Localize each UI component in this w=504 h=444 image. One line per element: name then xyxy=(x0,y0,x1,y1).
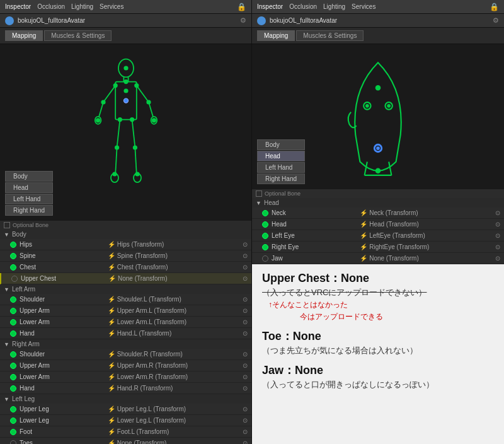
bone-right-eye[interactable]: Right Eye ⚡ RightEye (Transform) ⊙ xyxy=(252,242,504,253)
left-tab-occlusion[interactable]: Occlusion xyxy=(37,3,65,10)
optional-bone-check: Optional Bone xyxy=(0,221,251,230)
head-figure-svg xyxy=(328,54,428,180)
bone-left-upper-arm[interactable]: Upper Arm ⚡ Upper Arm.L (Transform) ⊙ xyxy=(0,305,251,317)
bone-upper-chest[interactable]: Upper Chest ⚡ None (Transform) ⊙ xyxy=(0,273,251,284)
dot-left-lower-leg xyxy=(10,418,16,424)
bone-left-lower-arm[interactable]: Lower Arm ⚡ Lower Arm.L (Transform) ⊙ xyxy=(0,317,251,328)
dot-left-upper-arm xyxy=(10,308,16,314)
section-left-arm: ▼ Left Arm xyxy=(0,284,251,294)
right-body-btn-body[interactable]: Body xyxy=(257,139,305,150)
bone-left-upper-leg[interactable]: Upper Leg ⚡ Upper Leg.L (Transform) ⊙ xyxy=(0,404,251,415)
arrow-body: ▼ xyxy=(4,231,9,238)
svg-point-31 xyxy=(135,172,139,176)
dot-left-hand xyxy=(10,330,16,337)
annotation-jaw-sub: （入ってると口が開きっぱなしになるっぽい） xyxy=(262,379,494,390)
section-right-arm: ▼ Right Arm xyxy=(0,339,251,349)
dot-right-upper-arm xyxy=(10,363,16,369)
left-tab-mapping[interactable]: Mapping xyxy=(5,30,43,41)
bone-head[interactable]: Head ⚡ Head (Transform) ⊙ xyxy=(252,219,504,230)
left-inspector-panel: Inspector Occlusion Lighting Services 🔒 … xyxy=(0,0,252,444)
svg-line-8 xyxy=(149,102,153,117)
dot-jaw xyxy=(262,255,268,262)
dot-chest xyxy=(10,264,16,271)
body-btn-head[interactable]: Head xyxy=(5,182,53,193)
body-figure-svg xyxy=(82,57,170,208)
bone-left-eye[interactable]: Left Eye ⚡ LeftEye (Transform) ⊙ xyxy=(252,230,504,242)
right-settings-icon[interactable]: ⚙ xyxy=(493,16,499,25)
right-avatar-name: bokujoOL_fulltoraAvatar xyxy=(270,17,337,24)
bone-left-foot[interactable]: Foot ⚡ Foot.L (Transform) ⊙ xyxy=(0,426,251,438)
right-view-tabs: Mapping Muscles & Settings xyxy=(252,28,504,44)
left-tab-muscles[interactable]: Muscles & Settings xyxy=(44,30,112,41)
svg-point-30 xyxy=(132,145,137,149)
dot-left-foot xyxy=(10,429,16,435)
right-tab-mapping[interactable]: Mapping xyxy=(257,30,295,41)
settings-icon[interactable]: ⚙ xyxy=(240,16,246,25)
bone-right-upper-arm[interactable]: Upper Arm ⚡ Upper Arm.R (Transform) ⊙ xyxy=(0,360,251,371)
bone-right-hand[interactable]: Hand ⚡ Hand.R (Transform) ⊙ xyxy=(0,383,251,394)
bone-chest[interactable]: Chest ⚡ Chest (Transform) ⊙ xyxy=(0,262,251,273)
bone-hips[interactable]: Hips ⚡ Hips (Transform) ⊙ xyxy=(0,239,251,250)
bone-right-shoulder[interactable]: Shoulder ⚡ Shoulder.R (Transform) ⊙ xyxy=(0,349,251,360)
left-tab-inspector[interactable]: Inspector xyxy=(5,3,31,10)
right-body-btn-left-hand[interactable]: Left Hand xyxy=(257,162,305,173)
bone-neck[interactable]: Neck ⚡ Neck (Transform) ⊙ xyxy=(252,207,504,219)
svg-point-40 xyxy=(376,146,380,150)
bone-left-hand[interactable]: Hand ⚡ Hand.L (Transform) ⊙ xyxy=(0,328,251,339)
right-bone-list[interactable]: Optional Bone ▼ Head Neck ⚡ Neck (Transf… xyxy=(252,189,504,264)
svg-point-28 xyxy=(112,172,117,176)
dot-right-eye xyxy=(262,244,268,250)
left-header: Inspector Occlusion Lighting Services 🔒 xyxy=(0,0,251,14)
right-optional-bone: Optional Bone xyxy=(252,189,504,198)
annotation-upper-chest-strikethrough: （入ってるとVRCにアップロードできない） xyxy=(262,287,494,298)
dot-right-lower-arm xyxy=(10,374,16,380)
dot-spine xyxy=(10,253,16,259)
right-tab-services[interactable]: Services xyxy=(352,3,375,10)
svg-point-42 xyxy=(375,168,381,173)
dot-head xyxy=(262,221,268,228)
bone-right-lower-arm[interactable]: Lower Arm ⚡ Lower Arm.R (Transform) ⊙ xyxy=(0,371,251,383)
svg-point-23 xyxy=(134,83,139,88)
right-optional-checkbox[interactable] xyxy=(256,190,262,197)
svg-point-41 xyxy=(375,85,381,91)
body-btn-right-hand[interactable]: Right Hand xyxy=(5,205,53,216)
right-body-btn-right-hand[interactable]: Right Hand xyxy=(257,173,305,184)
svg-point-21 xyxy=(101,100,105,104)
right-body-btn-head[interactable]: Head xyxy=(257,151,305,161)
svg-line-13 xyxy=(132,120,135,148)
body-btn-body[interactable]: Body xyxy=(5,171,53,182)
right-lock-icon: 🔒 xyxy=(490,3,499,11)
bone-left-lower-leg[interactable]: Lower Leg ⚡ Lower Leg.L (Transform) ⊙ xyxy=(0,415,251,426)
left-body-view: Body Head Left Hand Right Hand xyxy=(0,44,251,221)
bone-spine[interactable]: Spine ⚡ Spine (Transform) ⊙ xyxy=(0,250,251,262)
bone-jaw[interactable]: Jaw ⚡ None (Transform) ⊙ xyxy=(252,253,504,264)
svg-point-25 xyxy=(151,118,156,122)
right-tab-lighting[interactable]: Lighting xyxy=(323,3,345,10)
bone-left-shoulder[interactable]: Shoulder ⚡ Shoulder.L (Transform) ⊙ xyxy=(0,294,251,305)
svg-line-7 xyxy=(136,86,148,102)
dot-left-toes xyxy=(10,440,16,445)
left-tab-services[interactable]: Services xyxy=(100,3,123,10)
right-avatar-bar: bokujoOL_fulltoraAvatar ⚙ xyxy=(252,14,504,28)
section-head: ▼ Head xyxy=(252,198,504,207)
right-header: Inspector Occlusion Lighting Services 🔒 xyxy=(252,0,504,14)
annotation-toe-sub: （つま先立ちが気になる場合は入れない） xyxy=(262,345,494,356)
right-tab-occlusion[interactable]: Occlusion xyxy=(289,3,317,10)
body-btn-left-hand[interactable]: Left Hand xyxy=(5,194,53,204)
right-tab-muscles[interactable]: Muscles & Settings xyxy=(296,30,364,41)
svg-point-27 xyxy=(115,145,119,149)
lock-icon: 🔒 xyxy=(237,3,246,11)
left-bone-list[interactable]: ▼ Body Hips ⚡ Hips (Transform) ⊙ Spine ⚡… xyxy=(0,230,251,444)
optional-checkbox[interactable] xyxy=(4,222,10,228)
dot-neck xyxy=(262,210,268,216)
annotations-area: Upper Chest：None （入ってるとVRCにアップロードできない） ↑… xyxy=(252,264,504,444)
avatar-icon xyxy=(5,16,14,25)
dot-right-shoulder xyxy=(10,351,16,358)
section-body: ▼ Body xyxy=(0,230,251,239)
dot-left-shoulder xyxy=(10,296,16,303)
annotation-upper-chest-heading: Upper Chest：None xyxy=(262,271,494,286)
bone-left-toes[interactable]: Toes ⚡ None (Transform) ⊙ xyxy=(0,438,251,444)
right-tab-inspector[interactable]: Inspector xyxy=(257,3,283,10)
left-tab-lighting[interactable]: Lighting xyxy=(71,3,93,10)
svg-line-4 xyxy=(103,86,115,102)
